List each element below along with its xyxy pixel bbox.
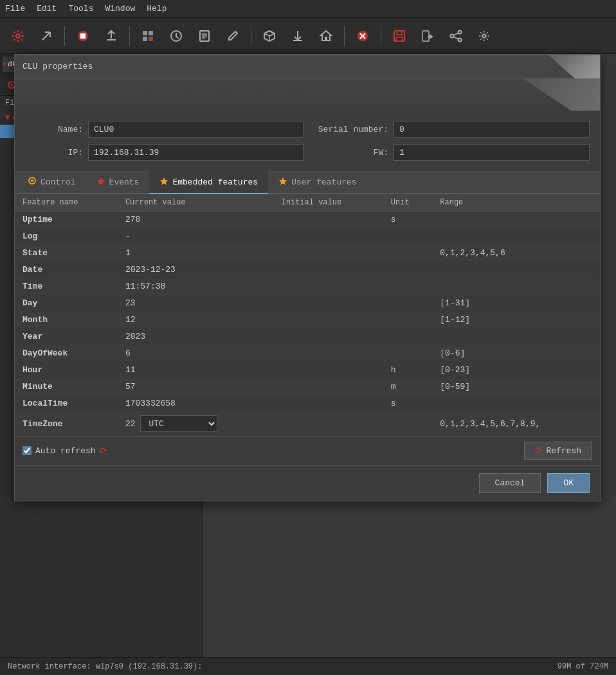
tab-events[interactable]: Events [86, 171, 150, 194]
menu-file[interactable]: File [5, 4, 25, 14]
name-input[interactable] [88, 121, 303, 138]
toolbar [0, 18, 616, 54]
status-bar: Network interface: wlp7s0 (192.168.31.39… [0, 657, 616, 675]
toolbar-btn-arrow[interactable] [33, 23, 59, 49]
feature-range-cell [432, 262, 600, 278]
toolbar-btn-clock[interactable] [163, 23, 189, 49]
feature-initial-cell [274, 312, 383, 328]
table-row: Year2023 [15, 328, 600, 345]
table-row: Month12[1-12] [15, 312, 600, 328]
toolbar-btn-home[interactable] [313, 23, 339, 49]
refresh-button[interactable]: ⟳ Refresh [524, 442, 592, 460]
feature-name-cell: Day [15, 295, 118, 312]
tab-embedded-features[interactable]: Embedded features [149, 171, 268, 194]
svg-rect-4 [149, 31, 153, 35]
feature-current-value: 1703332658 [118, 395, 274, 412]
serial-group: Serial number: [311, 121, 590, 138]
svg-rect-5 [143, 37, 147, 41]
feature-name: Date [23, 265, 42, 274]
feature-name: DayOfWeek [23, 348, 68, 358]
refresh-spinner-icon: ⟳ [100, 446, 107, 456]
ok-button[interactable]: OK [547, 473, 590, 493]
dialog-footer: Cancel OK [15, 465, 600, 501]
toolbar-btn-add-module[interactable] [135, 23, 161, 49]
svg-marker-40 [160, 177, 168, 185]
toolbar-btn-share[interactable] [443, 23, 469, 49]
menu-edit[interactable]: Edit [37, 4, 57, 14]
toolbar-btn-save[interactable] [386, 23, 412, 49]
feature-initial-cell [274, 245, 383, 262]
dialog-overlay: CLU properties Name: IP: [0, 54, 616, 675]
tab-user-features[interactable]: User features [268, 171, 367, 194]
name-label: Name: [25, 125, 83, 134]
timezone-dropdown[interactable]: UTC [140, 415, 217, 432]
toolbar-btn-download[interactable] [285, 23, 311, 49]
feature-current-value: 11:57:38 [118, 278, 274, 295]
tab-user-features-label: User features [291, 177, 356, 187]
feature-current-value: 22 [125, 419, 136, 429]
toolbar-btn-gear[interactable] [471, 23, 497, 49]
toolbar-btn-upload[interactable] [98, 23, 124, 49]
toolbar-btn-doc[interactable] [192, 23, 217, 49]
feature-name: State [23, 248, 48, 258]
feature-unit-cell [383, 278, 432, 295]
serial-label: Serial number: [311, 125, 388, 134]
toolbar-sep-1 [64, 26, 65, 46]
feature-unit-cell [383, 245, 432, 262]
feature-initial-cell [274, 379, 383, 395]
toolbar-btn-stop[interactable] [70, 23, 96, 49]
feature-initial-cell [274, 212, 383, 228]
feature-initial-cell [274, 278, 383, 295]
svg-point-20 [451, 34, 454, 37]
tab-control[interactable]: Control [17, 171, 86, 194]
feature-current-value: 278 [118, 212, 274, 228]
toolbar-sep-3 [251, 26, 251, 46]
clu-properties-dialog: CLU properties Name: IP: [14, 54, 601, 501]
feature-name-cell: Date [15, 262, 118, 278]
feature-name-cell: Time [15, 278, 118, 295]
name-group: Name: [25, 121, 303, 138]
feature-range-cell: [1-12] [432, 312, 600, 328]
toolbar-btn-pencil[interactable] [220, 23, 246, 49]
fw-input[interactable] [394, 144, 590, 161]
menu-tools[interactable]: Tools [68, 4, 93, 14]
feature-initial-cell [274, 228, 383, 245]
feature-range-cell [432, 278, 600, 295]
svg-rect-2 [80, 33, 86, 39]
feature-initial-cell [274, 395, 383, 412]
menu-window[interactable]: Window [105, 4, 135, 14]
table-row: Log- [15, 228, 600, 245]
feature-range-cell: [0-6] [432, 345, 600, 362]
user-features-icon [278, 176, 287, 188]
toolbar-btn-import[interactable] [415, 23, 440, 49]
feature-current-value: 6 [118, 345, 274, 362]
feature-name: Month [23, 315, 48, 325]
table-row: Date2023-12-23 [15, 262, 600, 278]
auto-refresh-checkbox[interactable] [23, 446, 32, 455]
feature-initial-cell [274, 262, 383, 278]
table-row: LocalTime1703332658s [15, 395, 600, 412]
feature-range-cell [432, 228, 600, 245]
feature-current-value: 11 [118, 362, 274, 379]
cancel-button[interactable]: Cancel [479, 473, 541, 493]
feature-unit-cell [383, 328, 432, 345]
feature-initial-cell [274, 362, 383, 379]
toolbar-btn-box[interactable] [257, 23, 282, 49]
menu-help[interactable]: Help [147, 4, 167, 14]
toolbar-btn-settings[interactable] [5, 23, 31, 49]
feature-unit-cell: m [383, 379, 432, 395]
feature-name-cell: TimeZone [15, 412, 118, 436]
table-row: DayOfWeek6[0-6] [15, 345, 600, 362]
feature-name-cell: Minute [15, 379, 118, 395]
feature-range-cell: 0,1,2,3,4,5,6 [432, 245, 600, 262]
toolbar-btn-close-red[interactable] [350, 23, 376, 49]
feature-name-cell: Uptime [15, 212, 118, 228]
ip-input[interactable] [88, 144, 303, 161]
auto-refresh-label: Auto refresh [35, 446, 96, 456]
dialog-header: CLU properties [15, 55, 600, 78]
tab-embedded-label: Embedded features [172, 177, 258, 187]
serial-input[interactable] [394, 121, 590, 138]
tab-events-label: Events [109, 177, 140, 187]
toolbar-sep-5 [381, 26, 381, 46]
feature-name-cell: Hour [15, 362, 118, 379]
